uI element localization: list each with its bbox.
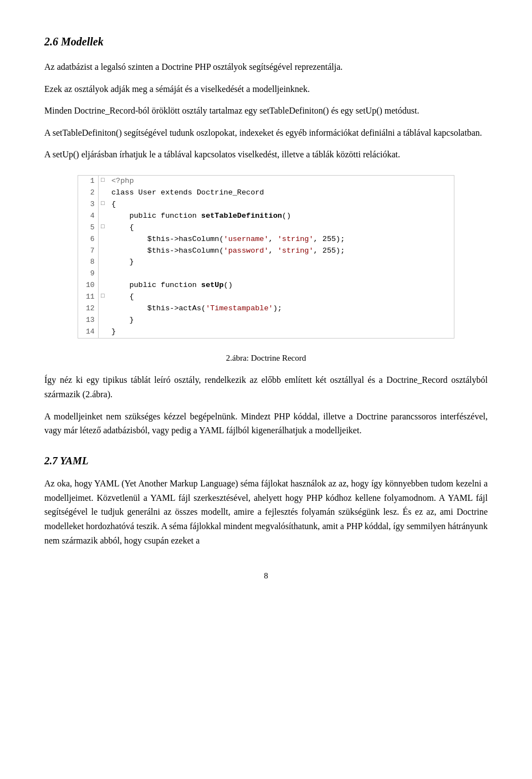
figure-caption: 2.ábra: Doctrine Record (44, 352, 488, 365)
line-icon: □ (98, 199, 107, 211)
code-content: public function setUp() (107, 280, 454, 291)
code-line-12: 12 $this->actAs('Timestampable'); (78, 303, 454, 315)
code-line-6: 6 $this->hasColumn('username', 'string',… (78, 234, 454, 245)
line-number: 4 (78, 211, 98, 222)
code-content (107, 268, 454, 280)
line-number: 10 (78, 280, 98, 291)
paragraph-7: A modelljeinket nem szükséges kézzel beg… (44, 409, 488, 438)
line-icon: □ (98, 222, 107, 234)
line-icon: □ (98, 291, 107, 303)
line-icon (98, 187, 107, 199)
code-content: } (107, 315, 454, 326)
code-content: } (107, 257, 454, 268)
paragraph-2: Ezek az osztályok adják meg a sémáját és… (44, 82, 488, 96)
code-content: { (107, 199, 454, 211)
line-icon (98, 315, 107, 326)
line-number: 13 (78, 315, 98, 326)
code-content: <?php (107, 176, 454, 187)
line-number: 1 (78, 176, 98, 187)
line-number: 7 (78, 245, 98, 257)
code-line-1: 1 □ <?php (78, 176, 454, 187)
code-content: { (107, 291, 454, 303)
code-content: $this->hasColumn('password', 'string', 2… (107, 245, 454, 257)
page: 2.6 Modellek Az adatbázist a legalsó szi… (0, 0, 532, 779)
line-number: 6 (78, 234, 98, 245)
line-icon (98, 326, 107, 338)
code-line-4: 4 public function setTableDefinition() (78, 211, 454, 222)
line-icon (98, 280, 107, 291)
code-content: class User extends Doctrine_Record (107, 187, 454, 199)
code-block: 1 □ <?php 2 class User extends Doctrine_… (78, 175, 454, 339)
code-content: } (107, 326, 454, 338)
code-line-9: 9 (78, 268, 454, 280)
paragraph-8: Az oka, hogy YAML (Yet Another Markup La… (44, 476, 488, 547)
line-icon (98, 268, 107, 280)
page-number: 8 (44, 570, 488, 582)
code-content: public function setTableDefinition() (107, 211, 454, 222)
paragraph-1: Az adatbázist a legalsó szinten a Doctri… (44, 60, 488, 74)
section-heading: 2.6 Modellek (44, 33, 488, 50)
line-number: 5 (78, 222, 98, 234)
line-icon (98, 303, 107, 315)
code-line-13: 13 } (78, 315, 454, 326)
code-content: $this->hasColumn('username', 'string', 2… (107, 234, 454, 245)
code-line-3: 3 □ { (78, 199, 454, 211)
line-number: 3 (78, 199, 98, 211)
paragraph-5: A setUp() eljárásban írhatjuk le a táblá… (44, 147, 488, 162)
code-line-7: 7 $this->hasColumn('password', 'string',… (78, 245, 454, 257)
code-line-10: 10 public function setUp() (78, 280, 454, 291)
code-content: { (107, 222, 454, 234)
line-icon (98, 234, 107, 245)
line-number: 9 (78, 268, 98, 280)
code-line-5: 5 □ { (78, 222, 454, 234)
code-line-2: 2 class User extends Doctrine_Record (78, 187, 454, 199)
line-number: 12 (78, 303, 98, 315)
line-number: 8 (78, 257, 98, 268)
code-line-8: 8 } (78, 257, 454, 268)
code-line-11: 11 □ { (78, 291, 454, 303)
code-content: $this->actAs('Timestampable'); (107, 303, 454, 315)
paragraph-4: A setTableDefiniton() segítségével tudun… (44, 126, 488, 140)
line-icon (98, 211, 107, 222)
code-table: 1 □ <?php 2 class User extends Doctrine_… (78, 176, 454, 338)
line-number: 14 (78, 326, 98, 338)
line-icon (98, 257, 107, 268)
line-icon (98, 245, 107, 257)
line-icon: □ (98, 176, 107, 187)
code-line-14: 14 } (78, 326, 454, 338)
line-number: 2 (78, 187, 98, 199)
paragraph-6: Így néz ki egy tipikus táblát leíró oszt… (44, 373, 488, 401)
paragraph-3: Minden Doctrine_Record-ból öröklött oszt… (44, 104, 488, 118)
section-subheading: 2.7 YAML (44, 453, 488, 469)
line-number: 11 (78, 291, 98, 303)
